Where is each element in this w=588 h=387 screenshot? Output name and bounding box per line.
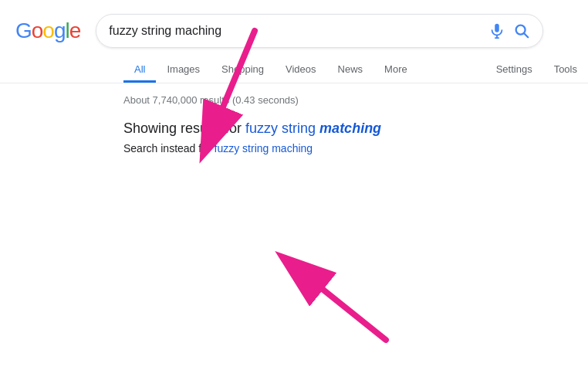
header: Google fuzzy string maching <box>0 0 588 56</box>
instead-link[interactable]: fuzzy string maching <box>215 142 313 154</box>
correction-fuzzy[interactable]: fuzzy string <box>245 121 319 136</box>
search-bar-wrapper: fuzzy string maching <box>96 14 543 48</box>
correction-matching[interactable]: matching <box>319 121 381 136</box>
tab-shopping[interactable]: Shopping <box>211 56 275 83</box>
logo-g: G <box>15 19 32 42</box>
search-icons <box>488 22 530 39</box>
correction-box: Showing results for fuzzy string matchin… <box>123 118 465 139</box>
svg-rect-0 <box>495 24 500 32</box>
logo-o1: o <box>32 19 43 42</box>
correction-prefix: Showing results for <box>123 121 245 136</box>
tab-tools[interactable]: Tools <box>543 56 588 83</box>
correction-instead: Search instead for fuzzy string maching <box>123 142 465 154</box>
nav-tabs: All Images Shopping Videos News More Set… <box>0 56 588 83</box>
tab-news[interactable]: News <box>327 56 374 83</box>
results-area: About 7,740,000 results (0.43 seconds) S… <box>0 83 588 154</box>
tab-videos[interactable]: Videos <box>275 56 327 83</box>
results-stats: About 7,740,000 results (0.43 seconds) <box>123 94 465 106</box>
svg-line-8 <box>309 278 386 340</box>
search-input[interactable]: fuzzy string maching <box>109 25 488 37</box>
logo-o2: o <box>42 19 54 42</box>
tab-settings[interactable]: Settings <box>485 56 543 83</box>
google-logo: Google <box>15 19 80 43</box>
tab-images[interactable]: Images <box>156 56 211 83</box>
svg-line-4 <box>525 33 529 37</box>
logo-g2: g <box>54 19 66 42</box>
mic-icon[interactable] <box>488 22 505 39</box>
tab-more[interactable]: More <box>373 56 418 83</box>
tab-all[interactable]: All <box>123 56 156 83</box>
logo-e: e <box>69 19 81 42</box>
instead-prefix: Search instead for <box>123 142 215 154</box>
search-bar[interactable]: fuzzy string maching <box>96 14 543 48</box>
search-button-icon[interactable] <box>513 22 530 39</box>
arrow2 <box>286 255 409 348</box>
